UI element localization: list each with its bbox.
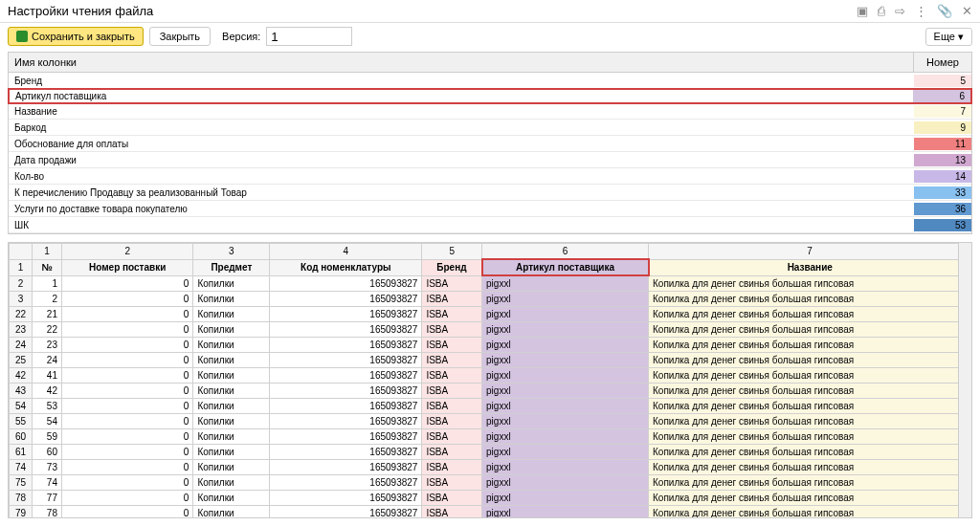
preview-table[interactable]: 12345671№Номер поставкиПредметКод номенк… (9, 243, 971, 517)
cell: 43 (10, 384, 33, 399)
cell: Копилки (193, 399, 270, 414)
cell: 77 (33, 491, 62, 506)
table-row[interactable]: 210Копилки165093827ISBApigxxlКопилка для… (10, 275, 971, 292)
cell: 165093827 (270, 322, 422, 338)
window-title: Настройки чтения файла (8, 4, 857, 18)
header-cell: Название (649, 259, 971, 275)
table-row[interactable]: 55540Копилки165093827ISBApigxxlКопилка д… (10, 414, 971, 429)
cell: 60 (10, 429, 33, 445)
print-icon[interactable]: ⎙ (878, 4, 885, 18)
table-row[interactable]: 54530Копилки165093827ISBApigxxlКопилка д… (10, 399, 971, 414)
cell: pigxxl (482, 491, 649, 506)
cell: ISBA (422, 399, 482, 414)
table-row[interactable]: 42410Копилки165093827ISBApigxxlКопилка д… (10, 368, 971, 384)
cell: 61 (10, 445, 33, 460)
column-row[interactable]: Дата продажи13 (9, 152, 971, 168)
cell: pigxxl (482, 445, 649, 460)
col-header-name: Имя колонки (9, 53, 914, 72)
table-row[interactable]: 25240Копилки165093827ISBApigxxlКопилка д… (10, 353, 971, 368)
cell: ISBA (422, 429, 482, 445)
vertical-scrollbar[interactable] (958, 243, 971, 517)
table-row[interactable]: 61600Копилки165093827ISBApigxxlКопилка д… (10, 445, 971, 460)
column-row[interactable]: Артикул поставщика6 (8, 88, 972, 104)
cell: ISBA (422, 338, 482, 353)
cell: 165093827 (270, 475, 422, 491)
cell: pigxxl (482, 307, 649, 322)
paperclip-icon[interactable]: 📎 (937, 4, 952, 18)
table-row[interactable]: 24230Копилки165093827ISBApigxxlКопилка д… (10, 338, 971, 353)
cell: Копилка для денег свинья большая гипсова… (649, 368, 971, 384)
col-num-header: 6 (482, 244, 649, 260)
cell: 0 (61, 414, 192, 429)
col-name: Артикул поставщика (10, 90, 913, 102)
cell: ISBA (422, 475, 482, 491)
cell: pigxxl (482, 275, 649, 292)
col-name: Название (9, 105, 914, 118)
close-icon[interactable]: ✕ (962, 4, 972, 18)
cell: pigxxl (482, 322, 649, 338)
cell: 59 (33, 429, 62, 445)
cell: ISBA (422, 414, 482, 429)
column-row[interactable]: Обоснование для оплаты11 (9, 136, 971, 152)
table-row[interactable]: 74730Копилки165093827ISBApigxxlКопилка д… (10, 460, 971, 475)
cell: 75 (10, 475, 33, 491)
cell: 21 (33, 307, 62, 322)
cell: 0 (61, 429, 192, 445)
table-row[interactable]: 60590Копилки165093827ISBApigxxlКопилка д… (10, 429, 971, 445)
column-row[interactable]: ШК53 (9, 217, 971, 233)
close-button[interactable]: Закрыть (149, 27, 211, 46)
save-and-close-button[interactable]: Сохранить и закрыть (8, 27, 144, 46)
header-cell: № (33, 259, 62, 275)
cell: 41 (33, 368, 62, 384)
col-num-header: 4 (270, 244, 422, 260)
cell: pigxxl (482, 292, 649, 307)
table-row[interactable]: 43420Копилки165093827ISBApigxxlКопилка д… (10, 384, 971, 399)
cell: Копилка для денег свинья большая гипсова… (649, 475, 971, 491)
cell: pigxxl (482, 384, 649, 399)
more-button[interactable]: Еще ▾ (925, 28, 972, 46)
table-row[interactable]: 23220Копилки165093827ISBApigxxlКопилка д… (10, 322, 971, 338)
column-row[interactable]: Название7 (9, 103, 971, 120)
col-name: Обоснование для оплаты (9, 138, 914, 150)
cell: Копилки (193, 275, 270, 292)
cell: 0 (61, 275, 192, 292)
cell: 54 (33, 414, 62, 429)
column-row[interactable]: Бренд5 (9, 73, 971, 89)
column-row[interactable]: Баркод9 (9, 120, 971, 136)
table-row[interactable]: 79780Копилки165093827ISBApigxxlКопилка д… (10, 506, 971, 518)
col-number: 7 (914, 105, 971, 118)
table-row[interactable]: 78770Копилки165093827ISBApigxxlКопилка д… (10, 491, 971, 506)
help-icon[interactable]: ⋮ (915, 4, 927, 18)
table-row[interactable]: 22210Копилки165093827ISBApigxxlКопилка д… (10, 307, 971, 322)
cell: 0 (61, 491, 192, 506)
column-row[interactable]: Услуги по доставке товара покупателю36 (9, 201, 971, 217)
version-select[interactable] (266, 27, 352, 46)
save-icon (16, 31, 28, 42)
cell: Копилка для денег свинья большая гипсова… (649, 384, 971, 399)
cell: 165093827 (270, 338, 422, 353)
col-name: Кол-во (9, 170, 914, 183)
col-number: 13 (914, 154, 971, 166)
cell: Копилки (193, 506, 270, 518)
cell: 23 (10, 322, 33, 338)
table-row[interactable]: 75740Копилки165093827ISBApigxxlКопилка д… (10, 475, 971, 491)
version-label: Версия: (222, 31, 260, 42)
cell: 165093827 (270, 445, 422, 460)
cell: Копилки (193, 322, 270, 338)
cell: 42 (33, 384, 62, 399)
cell: 165093827 (270, 414, 422, 429)
link-icon[interactable]: ⇨ (895, 4, 905, 18)
col-number: 11 (914, 138, 971, 150)
cell: ISBA (422, 322, 482, 338)
col-name: К перечислению Продавцу за реализованный… (9, 186, 914, 199)
column-row[interactable]: Кол-во14 (9, 168, 971, 185)
table-row[interactable]: 320Копилки165093827ISBApigxxlКопилка для… (10, 292, 971, 307)
cell: 2 (10, 275, 33, 292)
column-row[interactable]: К перечислению Продавцу за реализованный… (9, 185, 971, 201)
col-name: Баркод (9, 121, 914, 134)
cell: 165093827 (270, 307, 422, 322)
cell: 165093827 (270, 429, 422, 445)
cell: 24 (33, 353, 62, 368)
report-icon[interactable]: ▣ (857, 4, 868, 18)
data-preview: 12345671№Номер поставкиПредметКод номенк… (8, 242, 972, 518)
